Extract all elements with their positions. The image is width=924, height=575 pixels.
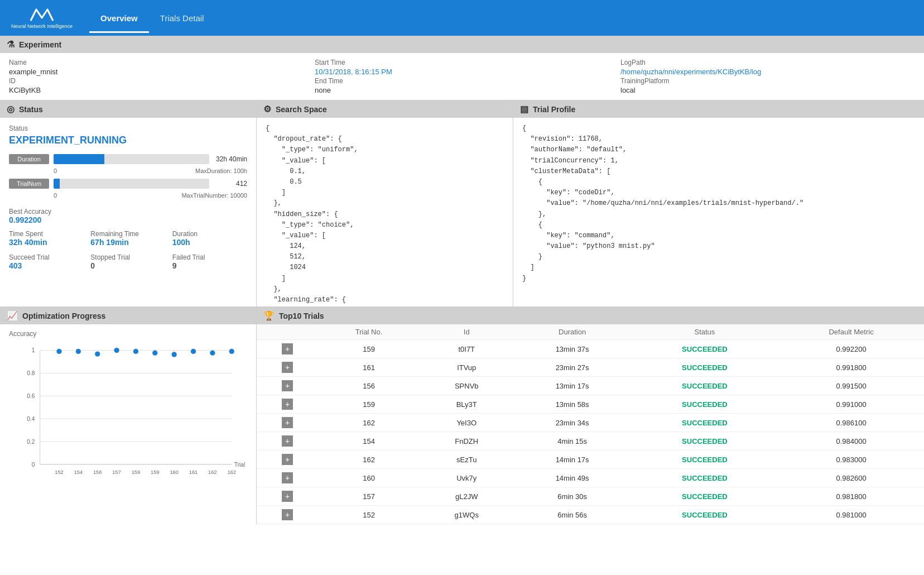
metric-cell: 0.981000 [778, 506, 924, 524]
expand-cell[interactable]: + [257, 506, 318, 524]
svg-text:156: 156 [93, 469, 102, 475]
status-header: ◎ Status [0, 100, 256, 118]
id-cell: sEzTu [420, 451, 514, 469]
metric-cell: 0.991500 [778, 377, 924, 395]
metric-cell: 0.992200 [778, 340, 924, 358]
duration-value: 32h 40min [214, 155, 247, 163]
training-platform-value: local [620, 86, 915, 94]
experiment-header: ⚗ Experiment [0, 36, 924, 53]
expand-btn[interactable]: + [282, 509, 293, 520]
expand-btn[interactable]: + [282, 454, 293, 465]
search-space-title: Search Space [276, 105, 327, 114]
expand-cell[interactable]: + [257, 469, 318, 487]
optimization-progress-panel: 📈 Optimization Progress Accuracy 1 0.8 0… [0, 307, 257, 524]
search-space-content: { "dropout_rate": { "_type": "uniform", … [257, 118, 513, 306]
id-cell: Uvk7y [420, 469, 514, 487]
metric-cell: 0.983000 [778, 451, 924, 469]
expand-btn[interactable]: + [282, 362, 293, 373]
svg-text:160: 160 [170, 469, 178, 475]
logpath-value: /home/quzha/nni/experiments/KCiBytKB/log [620, 68, 915, 76]
trial-no-cell: 157 [318, 487, 420, 506]
trial-no-cell: 159 [318, 340, 420, 358]
succeed-trial-label: Succeed Trial [9, 253, 84, 261]
expand-btn[interactable]: + [282, 380, 293, 391]
status-content: Status EXPERIMENT_RUNNING Duration 32h 4… [0, 118, 256, 306]
trial-no-cell: 162 [318, 451, 420, 469]
svg-text:154: 154 [74, 469, 83, 475]
expand-btn[interactable]: + [282, 417, 293, 428]
training-platform-label: TrainingPlatform [620, 77, 915, 85]
status-badge: SUCCEEDED [682, 419, 728, 427]
expand-cell[interactable]: + [257, 377, 318, 395]
svg-point-14 [56, 349, 61, 354]
status-badge: SUCCEEDED [682, 456, 728, 464]
nav-tabs: Overview Trials Detail [89, 8, 215, 28]
chart-area: Accuracy 1 0.8 0.6 0.4 0.2 0 [0, 324, 256, 524]
svg-text:157: 157 [112, 469, 121, 475]
duration-cell: 6min 30s [514, 487, 631, 506]
trial-no-cell: 159 [318, 395, 420, 414]
expand-cell[interactable]: + [257, 340, 318, 358]
main-panels: ◎ Status Status EXPERIMENT_RUNNING Durat… [0, 100, 924, 307]
status-cell: SUCCEEDED [631, 340, 778, 358]
duration-cell: 23min 27s [514, 358, 631, 377]
svg-point-16 [95, 351, 100, 356]
svg-point-19 [152, 351, 157, 356]
top10-icon: 🏆 [263, 310, 275, 321]
status-badge: SUCCEEDED [682, 363, 728, 372]
duration-progress-row: Duration 32h 40min [9, 154, 247, 164]
status-cell: SUCCEEDED [631, 395, 778, 414]
expand-cell[interactable]: + [257, 432, 318, 451]
col-id: Id [420, 324, 514, 340]
trial-no-cell: 154 [318, 432, 420, 451]
svg-point-17 [114, 348, 119, 353]
bottom-panels: 📈 Optimization Progress Accuracy 1 0.8 0… [0, 307, 924, 524]
table-head: Trial No. Id Duration Status Default Met… [257, 324, 924, 340]
end-time-value: none [315, 86, 609, 94]
status-cell: SUCCEEDED [631, 451, 778, 469]
exp-col-log: LogPath /home/quzha/nni/experiments/KCiB… [620, 59, 915, 94]
table-row: + 152 g1WQs 6min 56s SUCCEEDED 0.981000 [257, 506, 924, 524]
tab-overview[interactable]: Overview [89, 8, 149, 28]
time-spent-label: Time Spent [9, 230, 84, 238]
svg-text:159: 159 [151, 469, 159, 475]
duration-sub: 0 MaxDuration: 100h [9, 167, 247, 179]
expand-cell[interactable]: + [257, 414, 318, 432]
stats-grid: Time Spent 32h 40min Remaining Time 67h … [9, 230, 247, 270]
col-status: Status [631, 324, 778, 340]
table-row: + 157 gL2JW 6min 30s SUCCEEDED 0.981800 [257, 487, 924, 506]
expand-btn[interactable]: + [282, 491, 293, 502]
id-cell: t0I7T [420, 340, 514, 358]
top10-panel: 🏆 Top10 Trials Trial No. Id Duration Sta… [257, 307, 924, 524]
table-row: + 159 t0I7T 13min 37s SUCCEEDED 0.992200 [257, 340, 924, 358]
expand-cell[interactable]: + [257, 451, 318, 469]
trialnum-btn: TrialNum [9, 179, 49, 189]
id-value: KCiBytKB [9, 86, 304, 94]
duration-stat-value: 100h [172, 238, 247, 247]
svg-text:1: 1 [32, 347, 35, 353]
duration-max: MaxDuration: 100h [195, 167, 247, 174]
metric-cell: 0.982600 [778, 469, 924, 487]
expand-cell[interactable]: + [257, 487, 318, 506]
expand-btn[interactable]: + [282, 435, 293, 447]
expand-cell[interactable]: + [257, 395, 318, 414]
duration-bar-fill [54, 154, 104, 164]
trial-no-cell: 156 [318, 377, 420, 395]
failed-trial-value: 9 [172, 261, 247, 270]
expand-cell[interactable]: + [257, 358, 318, 377]
svg-text:0.6: 0.6 [27, 393, 35, 399]
experiment-icon: ⚗ [7, 39, 15, 50]
expand-btn[interactable]: + [282, 472, 293, 483]
status-panel: ◎ Status Status EXPERIMENT_RUNNING Durat… [0, 100, 257, 306]
trial-no-cell: 152 [318, 506, 420, 524]
expand-btn[interactable]: + [282, 399, 293, 410]
y-axis-label: Accuracy [9, 330, 247, 338]
expand-btn[interactable]: + [282, 343, 293, 354]
id-cell: FnDZH [420, 432, 514, 451]
start-time-label: Start Time [315, 59, 609, 66]
metric-cell: 0.984000 [778, 432, 924, 451]
tab-trials-detail[interactable]: Trials Detail [149, 8, 215, 28]
status-cell: SUCCEEDED [631, 506, 778, 524]
succeed-trial-value: 403 [9, 261, 84, 270]
end-time-label: End Time [315, 77, 609, 85]
